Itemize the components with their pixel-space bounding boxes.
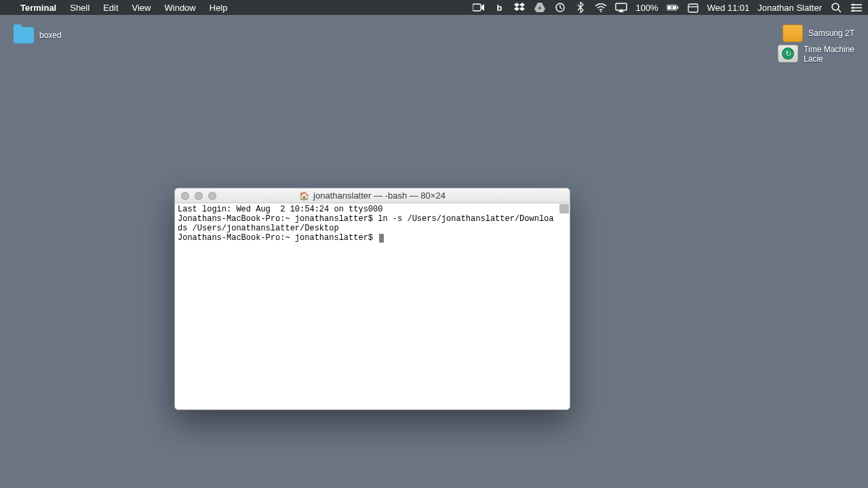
menu-view[interactable]: View (125, 3, 158, 13)
svg-rect-0 (473, 4, 481, 11)
svg-point-16 (852, 9, 854, 12)
svg-point-15 (852, 7, 854, 9)
desktop-drive-timemachine[interactable]: ↻ Time MachineLacie (778, 45, 854, 64)
desktop-folder-boxed[interactable]: boxed (14, 27, 62, 43)
notification-center-icon[interactable] (850, 1, 863, 14)
spotlight-icon[interactable] (830, 1, 842, 14)
svg-rect-6 (677, 6, 678, 9)
menu-edit[interactable]: Edit (96, 3, 125, 13)
drive-label: Samsung 2T (808, 28, 854, 38)
folder-label: boxed (39, 30, 62, 40)
battery-icon[interactable] (667, 1, 679, 14)
svg-point-9 (832, 3, 839, 10)
terminal-body[interactable]: Last login: Wed Aug 2 10:54:24 on ttys00… (175, 203, 570, 409)
time-machine-icon[interactable] (554, 1, 566, 14)
app-icon-b[interactable]: b (493, 1, 505, 14)
svg-line-10 (838, 9, 841, 12)
external-drive-icon (783, 24, 803, 42)
google-drive-icon[interactable] (534, 1, 546, 14)
menu-help[interactable]: Help (203, 3, 235, 13)
date-icon[interactable] (687, 1, 699, 14)
zoom-button[interactable] (208, 192, 216, 200)
svg-point-14 (852, 3, 854, 5)
wifi-icon[interactable] (595, 1, 607, 14)
terminal-output[interactable]: Last login: Wed Aug 2 10:54:24 on ttys00… (178, 205, 557, 243)
bluetooth-icon[interactable] (574, 1, 587, 14)
minimize-button[interactable] (195, 192, 203, 200)
menu-shell[interactable]: Shell (63, 3, 96, 13)
app-menu[interactable]: Terminal (14, 3, 63, 13)
terminal-window[interactable]: 🏠 jonathanslatter — -bash — 80×24 Last l… (174, 188, 570, 410)
menubar: Terminal Shell Edit View Window Help b 1… (0, 0, 868, 15)
folder-icon (14, 27, 34, 43)
clock[interactable]: Wed 11:01 (707, 3, 750, 13)
scrollbar[interactable] (559, 203, 570, 409)
drive-label: Time MachineLacie (804, 45, 854, 64)
home-icon: 🏠 (299, 191, 309, 201)
close-button[interactable] (181, 192, 189, 200)
menu-window[interactable]: Window (158, 3, 203, 13)
cursor (379, 234, 384, 243)
time-machine-drive-icon: ↻ (778, 45, 798, 62)
desktop-drive-samsung[interactable]: Samsung 2T (783, 24, 854, 42)
svg-point-2 (600, 11, 601, 12)
window-titlebar[interactable]: 🏠 jonathanslatter — -bash — 80×24 (175, 188, 570, 203)
window-title: jonathanslatter — -bash — 80×24 (313, 190, 446, 201)
battery-percent[interactable]: 100% (635, 3, 658, 13)
svg-rect-7 (688, 4, 698, 12)
user-name[interactable]: Jonathan Slatter (757, 3, 822, 13)
dropbox-icon[interactable] (513, 1, 526, 14)
scroll-thumb[interactable] (559, 204, 569, 214)
facetime-icon[interactable] (473, 1, 485, 14)
airplay-icon[interactable] (615, 1, 627, 14)
